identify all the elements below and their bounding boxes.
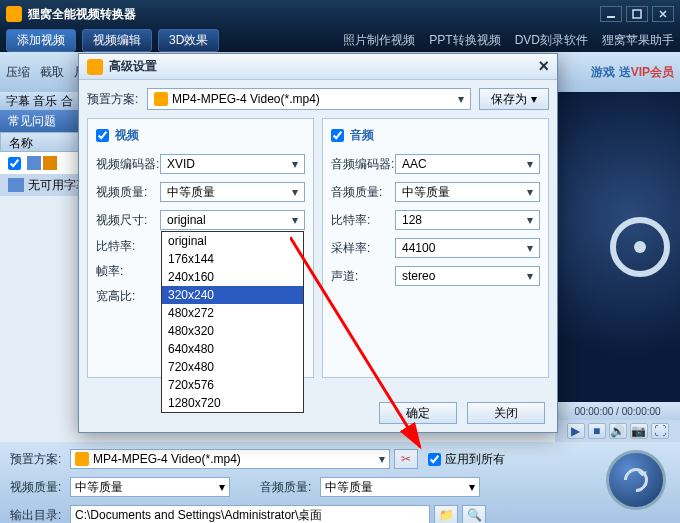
size-option[interactable]: 480x272 bbox=[162, 304, 303, 322]
video-quality-field[interactable]: 中等质量 ▾ bbox=[70, 477, 230, 497]
close-button[interactable] bbox=[652, 6, 674, 22]
chevron-down-icon[interactable]: ▾ bbox=[469, 480, 475, 494]
music-tool[interactable]: 音乐 bbox=[33, 93, 57, 110]
crop-tool[interactable]: 截取 bbox=[40, 64, 64, 81]
preset-label: 预置方案: bbox=[10, 451, 70, 468]
volume-button[interactable]: 🔊 bbox=[609, 423, 627, 439]
edit-video-button[interactable]: 视频编辑 bbox=[82, 29, 152, 52]
play-button[interactable]: ▶ bbox=[567, 423, 585, 439]
preset-field[interactable]: MP4-MPEG-4 Video(*.mp4) ▾ bbox=[70, 449, 390, 469]
bottom-panel: 预置方案: MP4-MPEG-4 Video(*.mp4) ▾ ✂ 应用到所有 … bbox=[0, 442, 680, 523]
size-option[interactable]: 176x144 bbox=[162, 250, 303, 268]
svg-rect-1 bbox=[633, 10, 641, 18]
dialog-title: 高级设置 bbox=[109, 58, 538, 75]
audio-bitrate-value: 128 bbox=[402, 213, 527, 227]
browse-button[interactable]: 📁 bbox=[434, 505, 458, 523]
photo-link[interactable]: 照片制作视频 bbox=[343, 32, 415, 49]
file-icon bbox=[27, 156, 41, 170]
convert-arrow-icon bbox=[619, 463, 653, 497]
app-logo-icon bbox=[6, 6, 22, 22]
chevron-down-icon[interactable]: ▾ bbox=[527, 213, 533, 227]
fullscreen-button[interactable]: ⛶ bbox=[651, 423, 669, 439]
subtitle-tool[interactable]: 字幕 bbox=[6, 93, 30, 110]
apply-all-checkbox[interactable]: 应用到所有 bbox=[428, 451, 505, 468]
video-encoder-field[interactable]: XVID ▾ bbox=[160, 154, 305, 174]
titlebar: 狸窝全能视频转换器 bbox=[0, 0, 680, 28]
svg-rect-0 bbox=[607, 16, 615, 18]
chevron-down-icon[interactable]: ▾ bbox=[379, 452, 385, 466]
audio-sample-field[interactable]: 44100 ▾ bbox=[395, 238, 540, 258]
apple-link[interactable]: 狸窝苹果助手 bbox=[602, 32, 674, 49]
chevron-down-icon[interactable]: ▾ bbox=[527, 241, 533, 255]
minimize-button[interactable] bbox=[600, 6, 622, 22]
output-dir-field[interactable]: C:\Documents and Settings\Administrator\… bbox=[70, 505, 430, 523]
chevron-down-icon[interactable]: ▾ bbox=[527, 269, 533, 283]
ppt-link[interactable]: PPT转换视频 bbox=[429, 32, 500, 49]
audio-quality-field[interactable]: 中等质量 ▾ bbox=[320, 477, 480, 497]
audio-enable-checkbox[interactable] bbox=[331, 129, 344, 142]
audio-panel: 音频 音频编码器: AAC ▾ 音频质量: 中等质量 ▾ bbox=[322, 118, 549, 378]
chevron-down-icon[interactable]: ▾ bbox=[292, 157, 298, 171]
video-quality-field[interactable]: 中等质量 ▾ bbox=[160, 182, 305, 202]
format-icon bbox=[75, 452, 89, 466]
audio-quality-label: 音频质量: bbox=[331, 184, 395, 201]
video-size-dropdown[interactable]: original176x144240x160320x240480x272480x… bbox=[161, 231, 304, 413]
cancel-button[interactable]: 关闭 bbox=[467, 402, 545, 424]
compress-tool[interactable]: 压缩 bbox=[6, 64, 30, 81]
open-folder-button[interactable]: 🔍 bbox=[462, 505, 486, 523]
chevron-down-icon[interactable]: ▾ bbox=[292, 213, 298, 227]
format-icon bbox=[154, 92, 168, 106]
size-option[interactable]: 240x160 bbox=[162, 268, 303, 286]
video-size-value: original bbox=[167, 213, 292, 227]
video-panel: 视频 视频编码器: XVID ▾ 视频质量: 中等质量 ▾ bbox=[87, 118, 314, 378]
row-checkbox[interactable] bbox=[8, 157, 21, 170]
stop-button[interactable]: ■ bbox=[588, 423, 606, 439]
size-option[interactable]: 480x320 bbox=[162, 322, 303, 340]
preset-value: MP4-MPEG-4 Video(*.mp4) bbox=[93, 452, 379, 466]
chevron-down-icon[interactable]: ▾ bbox=[292, 185, 298, 199]
audio-encoder-field[interactable]: AAC ▾ bbox=[395, 154, 540, 174]
video-panel-title: 视频 bbox=[115, 127, 139, 144]
merge-tool[interactable]: 合 bbox=[61, 93, 73, 110]
size-option[interactable]: original bbox=[162, 232, 303, 250]
maximize-button[interactable] bbox=[626, 6, 648, 22]
modal-preset-value: MP4-MPEG-4 Video(*.mp4) bbox=[172, 92, 458, 106]
audio-channel-field[interactable]: stereo ▾ bbox=[395, 266, 540, 286]
dialog-icon bbox=[87, 59, 103, 75]
subtitle-icon bbox=[8, 178, 24, 192]
add-video-button[interactable]: 添加视频 bbox=[6, 29, 76, 52]
size-option[interactable]: 720x576 bbox=[162, 376, 303, 394]
save-as-button[interactable]: 保存为 ▾ bbox=[479, 88, 549, 110]
dvd-link[interactable]: DVD刻录软件 bbox=[515, 32, 588, 49]
modal-preset-field[interactable]: MP4-MPEG-4 Video(*.mp4) ▾ bbox=[147, 88, 471, 110]
ok-button[interactable]: 确定 bbox=[379, 402, 457, 424]
audio-panel-title: 音频 bbox=[350, 127, 374, 144]
snapshot-button[interactable]: 📷 bbox=[630, 423, 648, 439]
size-option[interactable]: 1280x720 bbox=[162, 394, 303, 412]
chevron-down-icon[interactable]: ▾ bbox=[458, 92, 464, 106]
three-d-button[interactable]: 3D效果 bbox=[158, 29, 219, 52]
video-aspect-label: 宽高比: bbox=[96, 288, 160, 305]
video-quality-label: 视频质量: bbox=[96, 184, 160, 201]
size-option[interactable]: 720x480 bbox=[162, 358, 303, 376]
convert-button[interactable] bbox=[606, 450, 666, 510]
size-option[interactable]: 320x240 bbox=[162, 286, 303, 304]
modal-preset-label: 预置方案: bbox=[87, 91, 147, 108]
apply-all-input[interactable] bbox=[428, 453, 441, 466]
file-icon bbox=[43, 156, 57, 170]
video-enable-checkbox[interactable] bbox=[96, 129, 109, 142]
chevron-down-icon[interactable]: ▾ bbox=[219, 480, 225, 494]
video-encoder-value: XVID bbox=[167, 157, 292, 171]
video-quality-value: 中等质量 bbox=[167, 184, 292, 201]
advanced-settings-button[interactable]: ✂ bbox=[394, 449, 418, 469]
promo-text[interactable]: 游戏 送VIP会员 bbox=[591, 64, 674, 81]
dialog-close-button[interactable]: × bbox=[538, 56, 549, 77]
video-size-field[interactable]: original ▾ original176x144240x160320x240… bbox=[160, 210, 305, 230]
preview-pane: 00:00:00 / 00:00:00 ▶ ■ 🔊 📷 ⛶ bbox=[555, 92, 680, 442]
audio-bitrate-field[interactable]: 128 ▾ bbox=[395, 210, 540, 230]
size-option[interactable]: 640x480 bbox=[162, 340, 303, 358]
video-bitrate-label: 比特率: bbox=[96, 238, 160, 255]
audio-quality-field[interactable]: 中等质量 ▾ bbox=[395, 182, 540, 202]
chevron-down-icon[interactable]: ▾ bbox=[527, 185, 533, 199]
chevron-down-icon[interactable]: ▾ bbox=[527, 157, 533, 171]
